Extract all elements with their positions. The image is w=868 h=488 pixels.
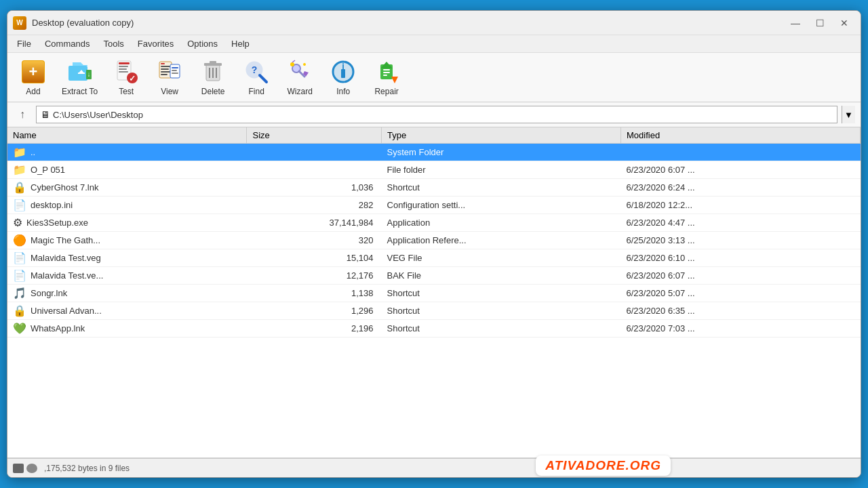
status-icon-2: [26, 464, 37, 473]
status-icon-1: [13, 464, 24, 473]
svg-rect-19: [161, 68, 169, 70]
add-button[interactable]: + Add: [13, 56, 54, 99]
file-type: Shortcut: [382, 302, 621, 320]
app-icon: W: [13, 16, 26, 30]
file-icon: 🔒: [13, 304, 26, 317]
file-icon: ⚙: [13, 216, 22, 229]
svg-rect-48: [383, 69, 390, 70]
svg-rect-12: [119, 68, 127, 70]
address-drive-icon: 🖥: [41, 109, 50, 120]
add-label: Add: [26, 87, 40, 96]
delete-button[interactable]: Delete: [193, 56, 233, 99]
repair-icon: [373, 58, 400, 85]
test-button[interactable]: ✓ Test: [106, 56, 146, 99]
menu-commands[interactable]: Commands: [38, 37, 96, 51]
file-modified: 6/23/2020 6:35 ...: [620, 302, 860, 320]
main-window: W Desktop (evaluation copy) — ☐ ✕ File C…: [7, 10, 861, 478]
file-modified: 6/23/2020 6:10 ...: [620, 249, 860, 267]
table-row[interactable]: ⚙Kies3Setup.exe37,141,984Application6/23…: [7, 214, 861, 232]
info-button[interactable]: i Info: [323, 56, 363, 99]
file-type: Configuration setti...: [382, 197, 621, 214]
view-label: View: [161, 87, 178, 96]
extract-to-button[interactable]: ↓ Extract To: [56, 56, 103, 99]
table-row[interactable]: 📁O_P 051File folder6/23/2020 6:07 ...: [7, 161, 861, 179]
table-row[interactable]: 💚WhatsApp.lnk2,196Shortcut6/23/2020 7:03…: [7, 320, 861, 338]
file-size: [247, 144, 382, 161]
view-button[interactable]: View: [149, 56, 190, 99]
info-label: Info: [336, 87, 350, 96]
svg-rect-18: [161, 66, 170, 67]
svg-marker-4: [73, 62, 87, 66]
file-name: Kies3Setup.exe: [26, 218, 88, 228]
table-row[interactable]: 🔒CyberGhost 7.lnk1,036Shortcut6/23/2020 …: [7, 179, 861, 197]
svg-rect-23: [172, 67, 178, 68]
menu-bar: File Commands Tools Favorites Options He…: [7, 35, 861, 53]
file-table: Name Size Type Modified 📁..System Folder…: [7, 127, 861, 338]
file-name: Malavida Test.ve...: [31, 270, 103, 281]
svg-text:↓: ↓: [87, 70, 90, 78]
window-controls: — ☐ ✕: [785, 15, 855, 31]
file-type: Application Refere...: [382, 232, 621, 249]
delete-icon: [199, 58, 226, 85]
file-name: O_P 051: [31, 165, 65, 175]
table-row[interactable]: 📄Malavida Test.ve...12,176BAK File6/23/2…: [7, 267, 861, 285]
window-title: Desktop (evaluation copy): [32, 18, 785, 28]
info-icon: i: [330, 58, 357, 85]
file-list-body: 📁..System Folder📁O_P 051File folder6/23/…: [7, 144, 861, 338]
file-name: Songr.lnk: [31, 288, 67, 298]
svg-rect-24: [172, 70, 177, 71]
file-size: 1,138: [247, 285, 382, 302]
file-modified: 6/18/2020 12:2...: [620, 197, 860, 214]
address-dropdown[interactable]: ▼: [842, 106, 855, 123]
svg-rect-13: [119, 71, 128, 73]
wizard-button[interactable]: Wizard: [279, 56, 320, 99]
file-icon: 📄: [13, 199, 26, 211]
table-row[interactable]: 📁..System Folder: [7, 144, 861, 161]
svg-text:+: +: [29, 63, 38, 80]
menu-help[interactable]: Help: [224, 37, 256, 51]
menu-favorites[interactable]: Favorites: [131, 37, 180, 51]
test-icon: ✓: [113, 58, 140, 85]
col-header-size[interactable]: Size: [247, 127, 382, 144]
maximize-button[interactable]: ☐: [809, 15, 831, 31]
col-header-type[interactable]: Type: [382, 127, 621, 144]
extract-to-label: Extract To: [62, 87, 98, 96]
svg-rect-45: [341, 69, 345, 72]
repair-label: Repair: [374, 87, 398, 96]
menu-options[interactable]: Options: [180, 37, 224, 51]
svg-line-40: [292, 60, 295, 62]
file-type: File folder: [382, 161, 621, 179]
file-type: BAK File: [382, 267, 621, 285]
file-name: ..: [31, 147, 35, 157]
menu-file[interactable]: File: [10, 37, 38, 51]
status-icons: [13, 464, 37, 473]
close-button[interactable]: ✕: [833, 15, 855, 31]
table-row[interactable]: 🟠Magic The Gath...320Application Refere.…: [7, 232, 861, 249]
extract-to-icon: ↓: [66, 58, 94, 85]
svg-text:?: ?: [252, 64, 258, 75]
file-modified: 6/23/2020 6:07 ...: [620, 267, 860, 285]
find-button[interactable]: ? Find: [236, 56, 277, 99]
table-row[interactable]: 🔒Universal Advan...1,296Shortcut6/23/202…: [7, 302, 861, 320]
address-path: C:\Users\User\Desktop: [53, 110, 143, 120]
file-icon: 🔒: [13, 181, 26, 194]
table-row[interactable]: 🎵Songr.lnk1,138Shortcut6/23/2020 5:07 ..…: [7, 285, 861, 302]
file-size: 282: [247, 197, 382, 214]
col-header-modified[interactable]: Modified: [620, 127, 860, 144]
svg-rect-17: [161, 63, 165, 64]
table-row[interactable]: 📄desktop.ini282Configuration setti...6/1…: [7, 197, 861, 214]
svg-rect-44: [341, 71, 345, 78]
file-modified: 6/23/2020 5:07 ...: [620, 285, 860, 302]
delete-label: Delete: [201, 87, 225, 96]
menu-tools[interactable]: Tools: [96, 37, 130, 51]
repair-button[interactable]: Repair: [366, 56, 407, 99]
file-size: 1,296: [247, 302, 382, 320]
table-row[interactable]: 📄Malavida Test.veg15,104VEG File6/23/202…: [7, 249, 861, 267]
file-modified: 6/25/2020 3:13 ...: [620, 232, 860, 249]
back-button[interactable]: ↑: [13, 105, 32, 124]
find-label: Find: [248, 87, 264, 96]
file-size: 1,036: [247, 179, 382, 197]
col-header-name[interactable]: Name: [7, 127, 247, 144]
minimize-button[interactable]: —: [785, 15, 806, 31]
file-type: System Folder: [382, 144, 621, 161]
